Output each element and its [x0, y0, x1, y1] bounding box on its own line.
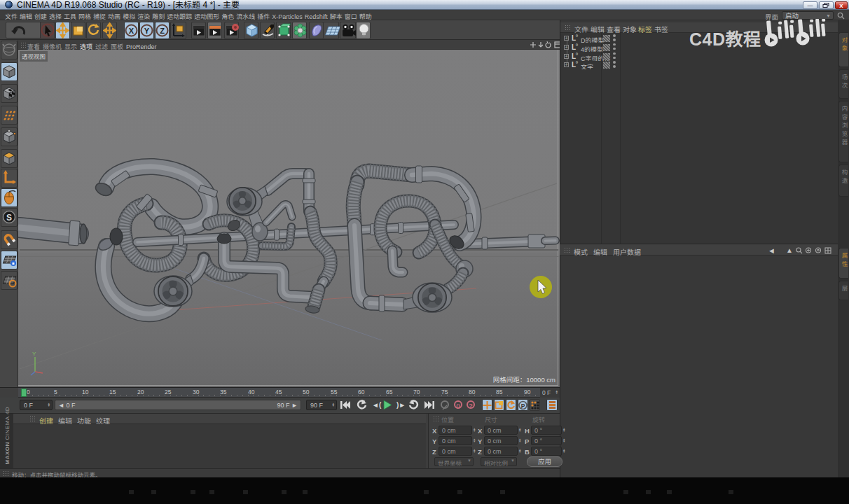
svg-text:X: X: [129, 27, 134, 35]
svg-text:S: S: [6, 213, 12, 223]
svg-text:Z: Z: [160, 27, 165, 35]
svg-text:Y: Y: [32, 351, 36, 357]
svg-text:Y: Y: [144, 27, 150, 35]
svg-text:P: P: [521, 402, 525, 410]
